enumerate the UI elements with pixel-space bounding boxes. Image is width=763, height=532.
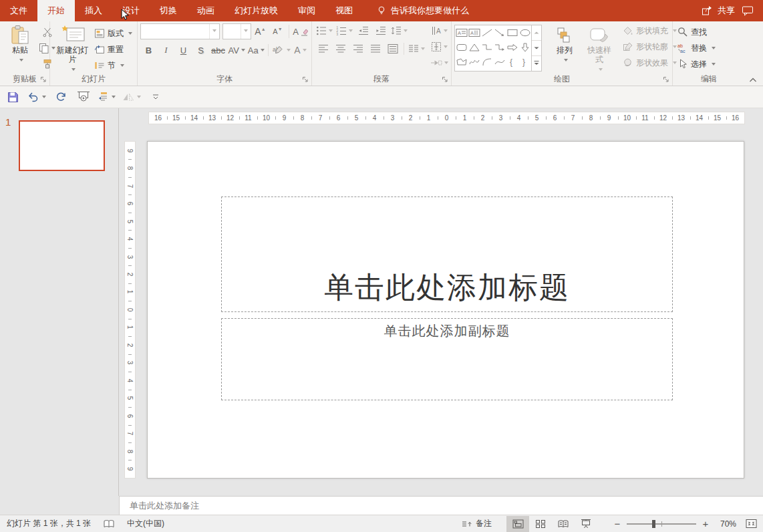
shape-line[interactable] <box>481 28 493 37</box>
shape-oval[interactable] <box>519 28 531 37</box>
replace-button[interactable]: abac替换 <box>675 41 718 55</box>
shape-right-brace[interactable]: } <box>519 57 531 67</box>
view-normal-button[interactable] <box>506 516 529 532</box>
shape-curve[interactable] <box>494 57 506 67</box>
tab-insert[interactable]: 插入 <box>75 0 112 21</box>
reset-button[interactable]: 重置 <box>92 42 134 57</box>
align-center-button[interactable] <box>332 41 349 56</box>
start-slideshow-button[interactable] <box>73 89 94 105</box>
shape-arrow[interactable] <box>494 28 506 37</box>
layout-button[interactable]: 版式 <box>92 26 134 41</box>
shape-left-brace[interactable]: { <box>506 57 518 67</box>
numbering-button[interactable]: 123 <box>335 23 354 38</box>
zoom-percentage[interactable]: 70% <box>714 519 736 529</box>
customize-qat-button[interactable] <box>146 89 166 105</box>
view-reading-button[interactable] <box>552 516 575 532</box>
find-button[interactable]: 查找 <box>675 25 718 39</box>
shape-elbow-arrow-connector[interactable] <box>494 43 506 52</box>
clear-formatting-button[interactable]: A <box>292 24 309 39</box>
shape-effects-button[interactable]: 形状效果 <box>621 55 679 70</box>
view-slideshow-button[interactable] <box>575 516 597 532</box>
shape-freeform[interactable] <box>456 57 468 67</box>
strikethrough-button[interactable]: abc <box>210 43 226 57</box>
slide-canvas[interactable]: 单击此处添加标题 单击此处添加副标题 <box>147 141 744 479</box>
flip-shape-button[interactable] <box>120 89 143 105</box>
share-button[interactable]: 共享 <box>702 5 735 17</box>
spell-check-icon[interactable] <box>103 519 115 529</box>
notes-input-area[interactable]: 单击此处添加备注 <box>119 496 763 515</box>
tab-home[interactable]: 开始 <box>37 0 75 21</box>
shape-triangle[interactable] <box>468 43 480 52</box>
subtitle-placeholder[interactable]: 单击此处添加副标题 <box>221 318 673 400</box>
collapse-ribbon-button[interactable] <box>748 76 758 83</box>
tab-design[interactable]: 设计 <box>112 0 150 21</box>
grow-font-button[interactable]: A▲ <box>252 24 269 39</box>
tab-file[interactable]: 文件 <box>0 0 37 21</box>
shape-down-arrow[interactable] <box>519 43 531 52</box>
italic-button[interactable]: I <box>158 43 174 57</box>
distribute-text-button[interactable] <box>384 41 401 56</box>
underline-button[interactable]: U <box>175 43 192 57</box>
increase-indent-button[interactable] <box>372 23 389 38</box>
clipboard-dialog-launcher[interactable] <box>39 76 47 84</box>
bullets-button[interactable] <box>315 23 334 38</box>
shapes-scroll-up-button[interactable] <box>532 25 541 40</box>
text-direction-button[interactable]: A <box>429 23 450 38</box>
shape-vertical-textbox[interactable]: A <box>468 28 480 37</box>
align-text-button[interactable] <box>429 39 450 54</box>
quick-styles-button[interactable]: 快速样式 <box>582 23 617 74</box>
shape-textbox[interactable]: A <box>456 28 468 37</box>
shape-arc[interactable] <box>481 57 493 67</box>
justify-button[interactable] <box>367 41 384 56</box>
paste-button[interactable]: 粘贴 <box>3 23 37 65</box>
character-spacing-button[interactable]: AV <box>227 43 246 57</box>
shape-elbow-connector[interactable] <box>481 43 493 52</box>
line-spacing-button[interactable] <box>390 23 409 38</box>
redo-button[interactable] <box>51 89 71 105</box>
columns-button[interactable] <box>407 41 426 56</box>
zoom-in-button[interactable]: + <box>702 519 710 529</box>
save-button[interactable] <box>3 89 23 105</box>
paragraph-dialog-launcher[interactable] <box>441 76 449 84</box>
convert-smartart-button[interactable] <box>429 55 450 70</box>
drawing-dialog-launcher[interactable] <box>662 76 670 84</box>
shrink-font-button[interactable]: A▼ <box>269 24 286 39</box>
shape-rectangle[interactable] <box>506 28 518 37</box>
font-size-combobox[interactable] <box>222 23 251 39</box>
shape-outline-button[interactable]: 形状轮廓 <box>621 39 679 54</box>
undo-button[interactable] <box>25 89 48 105</box>
shape-right-arrow[interactable] <box>506 43 518 52</box>
paste-dropdown[interactable] <box>19 59 23 63</box>
fit-slide-to-window-button[interactable] <box>743 516 759 532</box>
font-dialog-launcher[interactable] <box>301 76 309 84</box>
notes-toggle-button[interactable]: 备注 <box>462 518 492 529</box>
arrange-button[interactable]: 排列 <box>547 23 582 65</box>
tab-transitions[interactable]: 切换 <box>150 0 187 21</box>
decrease-indent-button[interactable] <box>355 23 371 38</box>
tab-review[interactable]: 审阅 <box>288 0 325 21</box>
tab-view[interactable]: 视图 <box>325 0 363 21</box>
language-indicator[interactable]: 中文(中国) <box>127 518 164 529</box>
comments-button[interactable] <box>742 5 754 16</box>
bold-button[interactable]: B <box>140 43 157 57</box>
zoom-slider[interactable] <box>627 523 696 525</box>
text-shadow-button[interactable]: S <box>192 43 209 57</box>
new-slide-button[interactable]: 新建幻灯片 <box>53 23 92 74</box>
font-name-combobox[interactable] <box>140 23 220 39</box>
slide-thumbnail-1[interactable] <box>19 120 105 171</box>
shapes-scroll-down-button[interactable] <box>532 40 541 55</box>
shapes-more-button[interactable] <box>532 55 541 71</box>
view-slide-sorter-button[interactable] <box>529 516 552 532</box>
zoom-slider-handle[interactable] <box>652 520 655 528</box>
text-highlight-button[interactable]: ab <box>271 43 291 57</box>
slide-counter[interactable]: 幻灯片 第 1 张，共 1 张 <box>7 518 91 529</box>
tab-slideshow[interactable]: 幻灯片放映 <box>224 0 288 21</box>
align-left-button[interactable] <box>315 41 331 56</box>
shape-fill-button[interactable]: 形状填充 <box>621 23 679 38</box>
shape-scribble[interactable] <box>468 57 480 67</box>
font-color-button[interactable]: A <box>292 43 309 57</box>
select-button[interactable]: 选择 <box>675 57 718 72</box>
title-placeholder[interactable]: 单击此处添加标题 <box>221 196 673 312</box>
zoom-out-button[interactable]: − <box>613 519 621 529</box>
shape-rounded-rectangle[interactable] <box>456 43 468 52</box>
